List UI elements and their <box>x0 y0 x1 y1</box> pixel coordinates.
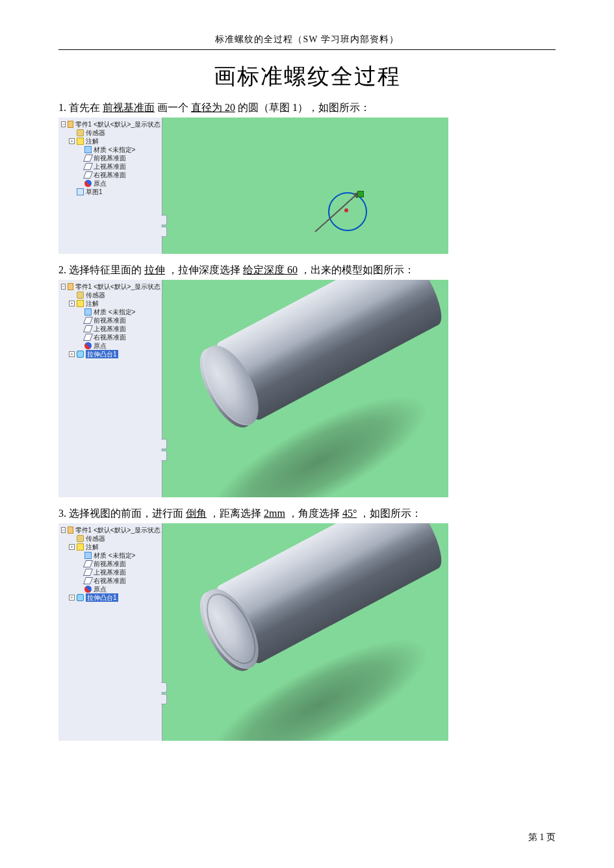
tree-plane-front[interactable]: 前视基准面 <box>61 560 160 568</box>
sensor-icon <box>77 129 84 136</box>
screenshot-3: − 零件1 <默认<默认>_显示状态 传感器 + 注解 材 <box>58 523 448 741</box>
tree-sketch[interactable]: 草图1 <box>61 188 160 196</box>
tree-plane-label: 前视基准面 <box>94 316 126 325</box>
tree-annot[interactable]: + 注解 <box>61 137 160 145</box>
plane-icon <box>83 334 93 341</box>
tree-origin-label: 原点 <box>94 179 107 188</box>
tree-plane-top[interactable]: 上视基准面 <box>61 568 160 577</box>
tree-annot-label: 注解 <box>86 543 99 551</box>
extrude-feature-icon <box>77 351 84 358</box>
step-3-u2: 2mm <box>264 508 285 519</box>
expander-icon <box>77 172 83 178</box>
step-1-t1: 首先在 <box>69 102 100 113</box>
part-icon <box>68 283 73 290</box>
tree-sensor-label: 传感器 <box>86 534 105 543</box>
annotation-icon <box>77 300 84 307</box>
tree-root[interactable]: − 零件1 <默认<默认>_显示状态 <box>61 120 160 129</box>
tree-origin[interactable]: 原点 <box>61 179 160 188</box>
expander-icon <box>77 180 83 186</box>
tree-sensor[interactable]: 传感器 <box>61 291 160 299</box>
graphics-viewport[interactable] <box>162 280 448 497</box>
tree-root[interactable]: − 零件1 <默认<默认>_显示状态 <box>61 282 160 291</box>
tree-sensor-label: 传感器 <box>86 291 105 299</box>
plane-icon <box>83 171 93 179</box>
step-3-num: 3. <box>58 508 66 519</box>
page-title: 画标准螺纹全过程 <box>58 62 556 92</box>
tree-annot[interactable]: + 注解 <box>61 543 160 551</box>
tree-plane-top[interactable]: 上视基准面 <box>61 162 160 171</box>
expander-icon <box>77 334 83 340</box>
step-2-t2: ，拉伸深度选择 <box>168 264 240 275</box>
expander-icon[interactable]: − <box>61 121 66 127</box>
tree-feature-extrude[interactable]: + 拉伸凸台1 <box>61 350 160 358</box>
expander-icon <box>77 147 83 153</box>
origin-point-icon <box>344 208 348 212</box>
tree-feature-extrude[interactable]: + 拉伸凸台1 <box>61 593 160 602</box>
expander-icon <box>77 561 83 567</box>
expander-icon[interactable]: + <box>69 351 75 357</box>
expander-icon[interactable]: + <box>69 595 75 601</box>
tree-plane-front[interactable]: 前视基准面 <box>61 154 160 162</box>
plane-icon <box>83 560 93 567</box>
plane-icon <box>83 163 93 170</box>
tree-plane-label: 上视基准面 <box>94 325 126 333</box>
screenshot-1: − 零件1 <默认<默认>_显示状态 传感器 + 注解 材 <box>58 118 448 254</box>
running-header: 标准螺纹的全过程（SW 学习班内部资料） <box>58 34 556 45</box>
tree-plane-right[interactable]: 右视基准面 <box>61 171 160 179</box>
expander-icon[interactable]: − <box>61 527 66 533</box>
tree-root-label: 零件1 <默认<默认>_显示状态 <box>75 526 160 534</box>
tree-mat-label: 材质 <未指定> <box>94 551 135 560</box>
expander-icon[interactable]: − <box>61 284 66 290</box>
tree-origin[interactable]: 原点 <box>61 585 160 593</box>
step-1-u2: 直径为 20 <box>191 102 235 113</box>
expander-icon <box>77 552 83 558</box>
tree-plane-top[interactable]: 上视基准面 <box>61 325 160 333</box>
tree-plane-right[interactable]: 右视基准面 <box>61 333 160 341</box>
tree-plane-right[interactable]: 右视基准面 <box>61 577 160 585</box>
graphics-viewport[interactable] <box>162 118 448 254</box>
document-page: 标准螺纹的全过程（SW 学习班内部资料） 画标准螺纹全过程 1. 首先在 前视基… <box>0 0 614 868</box>
graphics-viewport[interactable] <box>162 523 448 741</box>
expander-icon[interactable]: + <box>69 138 75 144</box>
tree-annot[interactable]: + 注解 <box>61 299 160 308</box>
tree-sensor[interactable]: 传感器 <box>61 129 160 137</box>
tree-origin[interactable]: 原点 <box>61 341 160 350</box>
step-2-u2: 给定深度 60 <box>243 264 298 275</box>
step-1-t3: 的圆（草图 1），如图所示： <box>238 102 370 113</box>
step-2-t1: 选择特征里面的 <box>69 264 142 275</box>
material-icon <box>84 308 92 316</box>
feature-tree[interactable]: − 零件1 <默认<默认>_显示状态 传感器 + 注解 材 <box>58 523 162 602</box>
sketch-icon <box>77 188 84 195</box>
tree-plane-front[interactable]: 前视基准面 <box>61 316 160 325</box>
origin-icon <box>84 586 92 593</box>
tree-plane-label: 右视基准面 <box>94 333 126 341</box>
expander-icon <box>77 309 83 315</box>
tree-material[interactable]: 材质 <未指定> <box>61 145 160 154</box>
step-3-t2: ，距离选择 <box>209 508 264 519</box>
feature-tree[interactable]: − 零件1 <默认<默认>_显示状态 传感器 + 注解 材 <box>58 280 162 358</box>
expander-icon[interactable]: + <box>69 301 75 306</box>
step-1-t2: 画一个 <box>157 102 188 113</box>
plane-icon <box>83 577 93 584</box>
expander-icon <box>69 536 75 541</box>
tree-plane-label: 上视基准面 <box>94 162 126 171</box>
expander-icon[interactable]: + <box>69 544 75 550</box>
tree-feature-label: 拉伸凸台1 <box>86 593 118 602</box>
tree-root[interactable]: − 零件1 <默认<默认>_显示状态 <box>61 526 160 534</box>
expander-icon <box>77 569 83 575</box>
part-icon <box>68 121 73 128</box>
expander-icon <box>77 155 83 161</box>
tree-material[interactable]: 材质 <未指定> <box>61 308 160 316</box>
page-number: 第 1 页 <box>528 832 556 843</box>
tree-material[interactable]: 材质 <未指定> <box>61 551 160 560</box>
expander-icon <box>77 164 83 169</box>
feature-tree[interactable]: − 零件1 <默认<默认>_显示状态 传感器 + 注解 材 <box>58 118 162 196</box>
material-icon <box>84 552 92 559</box>
tree-feature-label: 拉伸凸台1 <box>86 350 118 358</box>
tree-sensor[interactable]: 传感器 <box>61 534 160 543</box>
annotation-icon <box>77 543 84 551</box>
sensor-icon <box>77 291 84 299</box>
expander-icon <box>77 326 83 332</box>
expander-icon <box>77 578 83 584</box>
tree-annot-label: 注解 <box>86 137 99 145</box>
